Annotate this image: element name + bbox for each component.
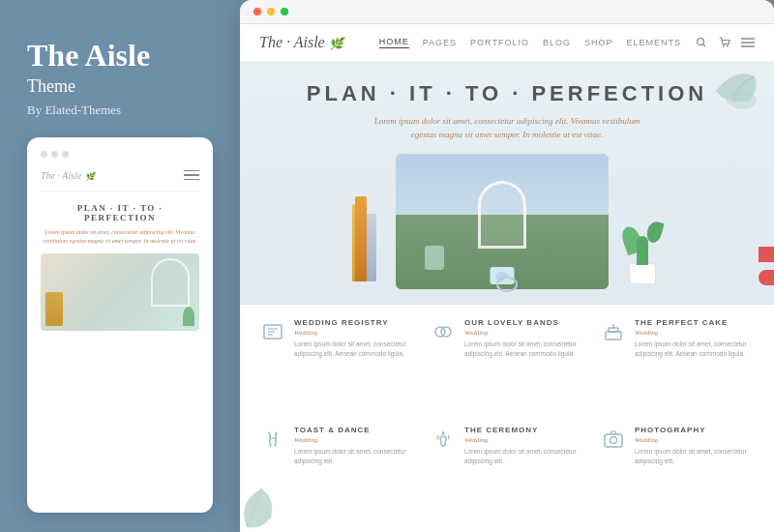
right-edge-controls: [759, 247, 774, 285]
nav-links: HOME PAGES PORTFOLIO BLOG SHOP ELEMENTS: [379, 37, 681, 48]
photography-icon: [600, 426, 627, 453]
feature-bands-text: OUR LOVELY BANDS Wedding Lorem ipsum dol…: [464, 318, 584, 359]
hero-title: PLAN · IT · TO · PERFECTION: [307, 81, 707, 106]
feature-registry-title: WEDDING REGISTRY: [294, 318, 414, 327]
nav-blog[interactable]: BLOG: [543, 38, 571, 47]
feature-ceremony-tag: Wedding: [464, 436, 584, 444]
right-circle-1: [759, 247, 774, 262]
nav-pages[interactable]: PAGES: [423, 38, 457, 47]
browser-mockup: The · Aisle 🌿 HOME PAGES PORTFOLIO BLOG …: [240, 0, 774, 532]
svg-point-14: [441, 327, 451, 337]
svg-point-0: [698, 39, 704, 45]
mobile-hero-title: PLAN · IT · TO · PERFECTION: [41, 203, 199, 222]
left-panel: The Aisle Theme By Elated-Themes The · A…: [0, 0, 240, 532]
feature-ceremony-text: THE CEREMONY Wedding Lorem ipsum dolor s…: [464, 426, 584, 466]
mobile-dot-3: [62, 151, 69, 158]
feature-cake-text: THE PERFECT CAKE Wedding Lorem ipsum dol…: [635, 318, 755, 359]
dance-icon: [259, 426, 286, 453]
mobile-pencils-deco: [45, 292, 63, 326]
feature-registry-desc: Lorem ipsum dolor sit amet, consectetur …: [294, 340, 414, 359]
features-section: WEDDING REGISTRY Wedding Lorem ipsum dol…: [240, 305, 774, 532]
site-navigation: The · Aisle 🌿 HOME PAGES PORTFOLIO BLOG …: [240, 24, 774, 62]
nav-shop[interactable]: SHOP: [584, 38, 613, 47]
feature-ceremony-desc: Lorem ipsum dolor sit amet, consectetur …: [464, 447, 584, 466]
hero-pencils: [347, 190, 386, 281]
mobile-hamburger-icon[interactable]: [184, 170, 199, 181]
site-logo: The · Aisle 🌿: [259, 34, 343, 51]
search-icon[interactable]: [695, 36, 708, 49]
feature-cake-title: THE PERFECT CAKE: [635, 318, 755, 327]
deco-leaf-bottom-left: [242, 484, 281, 532]
nav-portfolio[interactable]: PORTFOLIO: [470, 38, 529, 47]
svg-point-18: [612, 324, 614, 326]
ceremony-icon: [430, 426, 457, 453]
theme-subtitle: Theme: [27, 76, 213, 97]
feature-dance-text: TOAST & DANCE Wedding Lorem ipsum dolor …: [294, 426, 414, 466]
feature-photography-desc: Lorem ipsum dolor sit amet, consectetur …: [635, 447, 755, 466]
feature-wedding-registry: WEDDING REGISTRY Wedding Lorem ipsum dol…: [259, 318, 414, 415]
mobile-dot-2: [51, 151, 58, 158]
nav-home[interactable]: HOME: [379, 37, 409, 48]
svg-point-20: [610, 437, 617, 444]
feature-bands: OUR LOVELY BANDS Wedding Lorem ipsum dol…: [430, 318, 584, 415]
hero-images: [279, 154, 735, 289]
menu-icon[interactable]: [741, 36, 755, 49]
feature-photography-text: PHOTOGRAPHY Wedding Lorem ipsum dolor si…: [635, 426, 755, 466]
nav-elements[interactable]: ELEMENTS: [626, 38, 681, 47]
registry-icon: [259, 318, 286, 345]
svg-point-8: [504, 278, 510, 283]
feature-photography-title: PHOTOGRAPHY: [635, 426, 755, 434]
feature-bands-title: OUR LOVELY BANDS: [464, 318, 584, 327]
mobile-logo: The · Aisle 🌿: [41, 167, 95, 183]
hero-main-image: [396, 154, 609, 289]
cart-icon[interactable]: [718, 36, 731, 49]
mobile-dots: [41, 151, 199, 158]
mobile-hero-text: Lorem ipsum dolor sit amet, consectetur …: [41, 228, 199, 246]
feature-cake: THE PERFECT CAKE Wedding Lorem ipsum dol…: [600, 318, 755, 415]
feature-dance: TOAST & DANCE Wedding Lorem ipsum dolor …: [259, 426, 414, 522]
deco-leaf-top-right: [706, 72, 755, 110]
feature-registry-text: WEDDING REGISTRY Wedding Lorem ipsum dol…: [294, 318, 414, 359]
feature-cake-tag: Wedding: [635, 329, 755, 337]
svg-line-1: [703, 44, 706, 47]
svg-rect-16: [609, 328, 618, 332]
mobile-nav: The · Aisle 🌿: [41, 167, 199, 192]
browser-bar: [240, 0, 774, 24]
svg-point-3: [727, 45, 729, 47]
svg-rect-15: [606, 332, 621, 340]
theme-author: By Elated-Themes: [27, 103, 213, 118]
mobile-dot-1: [41, 151, 47, 158]
feature-photography: PHOTOGRAPHY Wedding Lorem ipsum dolor si…: [600, 426, 755, 522]
mobile-plant-deco: [183, 307, 194, 326]
browser-dot-close: [253, 8, 261, 15]
browser-dot-maximize: [281, 8, 288, 15]
svg-point-2: [723, 45, 725, 47]
feature-ceremony: THE CEREMONY Wedding Lorem ipsum dolor s…: [430, 426, 584, 522]
mobile-hero-image: [41, 253, 199, 331]
theme-title: The Aisle: [27, 39, 213, 73]
feature-dance-title: TOAST & DANCE: [294, 426, 414, 434]
right-circle-2: [759, 270, 774, 285]
feature-photography-tag: Wedding: [635, 436, 755, 444]
feature-dance-tag: Wedding: [294, 436, 414, 444]
hero-section: PLAN · IT · TO · PERFECTION Lorem ipsum …: [240, 62, 774, 305]
hero-subtitle: Lorem ipsum dolor sit amet, consectetur …: [362, 114, 652, 142]
logo-leaf: 🌿: [329, 37, 343, 50]
feature-bands-desc: Lorem ipsum dolor sit amet, consectetur …: [464, 340, 584, 359]
cake-icon: [600, 318, 627, 345]
feature-registry-tag: Wedding: [294, 329, 414, 337]
hero-ring-object: [492, 273, 521, 297]
browser-dot-minimize: [267, 8, 275, 15]
feature-dance-desc: Lorem ipsum dolor sit amet, consectetur …: [294, 447, 414, 466]
bands-icon: [430, 318, 457, 345]
nav-icons: [695, 36, 755, 49]
feature-cake-desc: Lorem ipsum dolor sit amet, consectetur …: [635, 340, 755, 359]
feature-bands-tag: Wedding: [464, 329, 584, 337]
mobile-mockup: The · Aisle 🌿 PLAN · IT · TO · PERFECTIO…: [27, 137, 213, 513]
feature-ceremony-title: THE CEREMONY: [464, 426, 584, 434]
mobile-arch-deco: [151, 258, 190, 307]
hero-plant: [618, 217, 667, 284]
browser-content: The · Aisle 🌿 HOME PAGES PORTFOLIO BLOG …: [240, 24, 774, 532]
